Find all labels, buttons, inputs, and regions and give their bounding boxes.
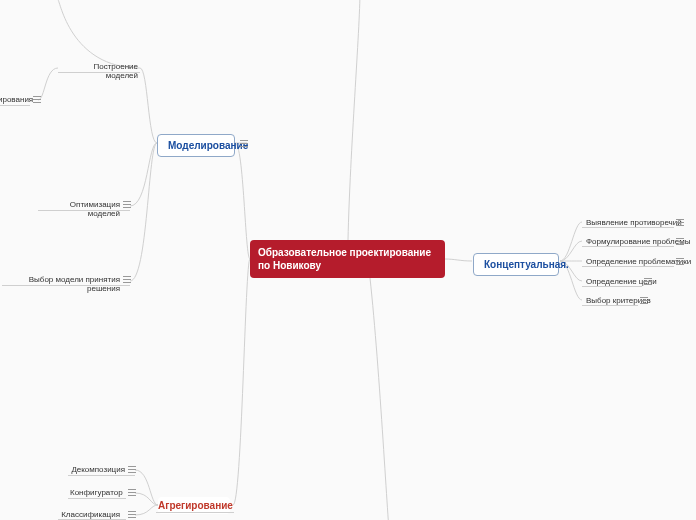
leaf-classification-label: Классификация [61,510,120,519]
notes-icon[interactable] [644,278,654,286]
leaf-build-models[interactable]: Построение моделей [60,62,138,80]
node-conceptual-label: Концептуальная. [484,259,569,270]
notes-icon[interactable] [123,201,133,209]
leaf-underline [38,210,130,211]
notes-icon[interactable] [676,258,686,266]
leaf-underline [68,475,135,476]
root-title: Образовательное проектирование по Новико… [258,246,437,272]
notes-icon[interactable] [128,466,138,474]
leaf-underline [582,305,638,306]
notes-icon[interactable] [128,489,138,497]
leaf-contradictions[interactable]: Выявление противоречий [586,218,682,227]
notes-icon[interactable] [123,276,133,284]
leaf-problem[interactable]: Формулирование проблемы [586,237,690,246]
leaf-underline [582,227,674,228]
leaf-decision-model-label: Выбор модели принятия решения [29,275,120,293]
node-modeling-label: Моделирование [168,140,248,151]
node-modeling[interactable]: Моделирование [157,134,235,157]
leaf-partial-top-label: ирования [0,95,33,104]
notes-icon[interactable] [240,140,250,148]
leaf-problem-label: Формулирование проблемы [586,237,690,246]
leaf-underline [582,246,674,247]
leaf-underline [68,498,126,499]
notes-icon[interactable] [676,238,686,246]
leaf-underline [582,266,674,267]
leaf-build-models-label: Построение моделей [93,62,138,80]
leaf-underline [582,286,642,287]
leaf-optimize-label: Оптимизация моделей [70,200,120,218]
notes-icon[interactable] [676,219,686,227]
leaf-optimize[interactable]: Оптимизация моделей [40,200,120,218]
notes-icon[interactable] [33,96,43,104]
notes-icon[interactable] [640,297,650,305]
leaf-configurator-label: Конфигуратор [70,488,123,497]
leaf-decomposition[interactable]: Декомпозиция [70,465,125,474]
leaf-partial-top[interactable]: ирования [0,95,33,104]
leaf-classification[interactable]: Классификация [60,510,120,519]
leaf-underline [156,512,234,513]
leaf-decision-model[interactable]: Выбор модели принятия решения [5,275,120,293]
leaf-underline [2,285,130,286]
notes-icon[interactable] [128,511,138,519]
leaf-underline [58,72,140,73]
leaf-underline [0,105,30,106]
node-aggregation-label: Агрегирование [158,500,233,511]
root-node[interactable]: Образовательное проектирование по Новико… [250,240,445,278]
node-conceptual[interactable]: Концептуальная. [473,253,559,276]
leaf-contradictions-label: Выявление противоречий [586,218,682,227]
leaf-configurator[interactable]: Конфигуратор [70,488,120,497]
leaf-decomposition-label: Декомпозиция [71,465,125,474]
